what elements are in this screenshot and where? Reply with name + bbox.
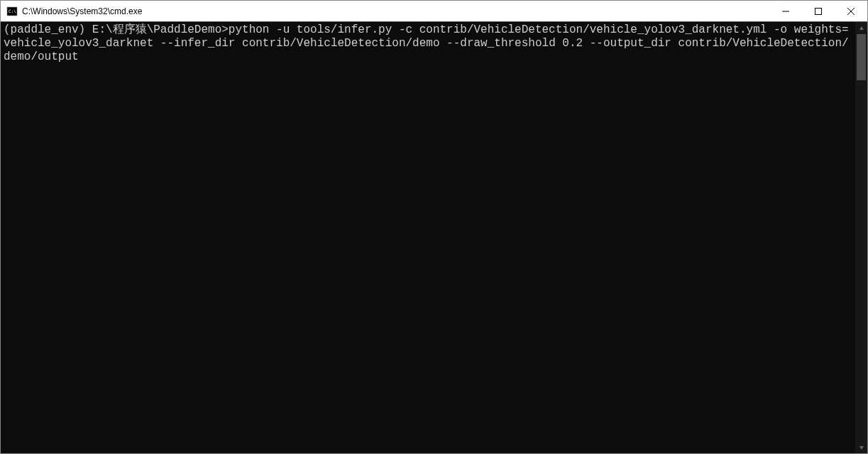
scrollbar-thumb[interactable] <box>857 34 866 80</box>
close-button[interactable] <box>835 1 867 21</box>
minimize-button[interactable] <box>769 1 802 21</box>
maximize-button[interactable] <box>802 1 835 21</box>
svg-marker-6 <box>859 26 864 30</box>
svg-marker-7 <box>859 446 864 450</box>
titlebar[interactable]: C:\ C:\Windows\System32\cmd.exe <box>1 1 867 22</box>
terminal-area: (paddle_env) E:\程序猿\PaddleDemo>python -u… <box>1 22 867 453</box>
cmd-icon: C:\ <box>6 6 18 17</box>
vertical-scrollbar[interactable] <box>855 22 867 453</box>
svg-rect-3 <box>815 8 822 14</box>
window-controls <box>769 1 867 21</box>
scrollbar-track[interactable] <box>855 34 867 441</box>
cmd-window: C:\ C:\Windows\System32\cmd.exe (paddle_… <box>0 0 868 454</box>
scroll-down-button[interactable] <box>855 441 867 453</box>
window-title: C:\Windows\System32\cmd.exe <box>22 1 769 22</box>
scroll-up-button[interactable] <box>855 22 867 34</box>
svg-text:C:\: C:\ <box>9 9 16 13</box>
terminal-output[interactable]: (paddle_env) E:\程序猿\PaddleDemo>python -u… <box>1 22 855 453</box>
